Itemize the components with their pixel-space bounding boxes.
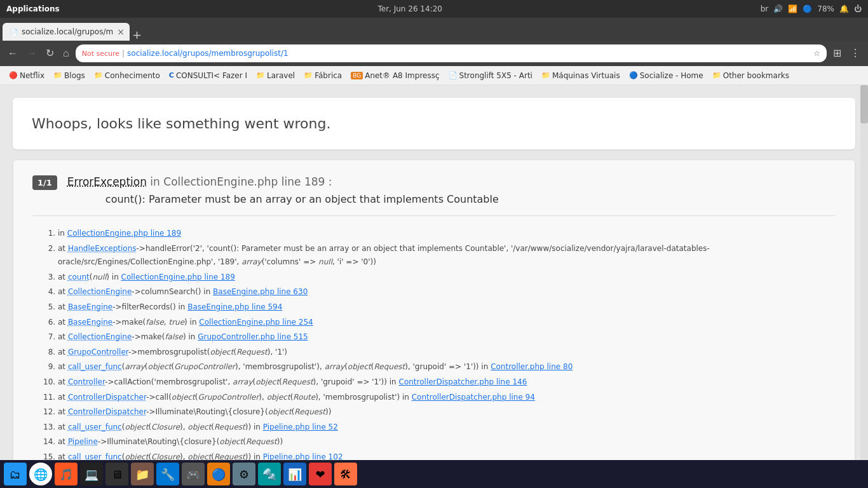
error-title: ErrorException in CollectionEngine.php l… (67, 175, 499, 188)
bookmark-label: Other bookmarks (723, 71, 789, 80)
trace-at: at (58, 318, 68, 327)
trace-method[interactable]: GrupoController (68, 348, 128, 356)
trace-file-link[interactable]: CollectionEngine.php line 254 (199, 318, 313, 327)
trace-file-link[interactable]: ControllerDispatcher.php line 146 (399, 377, 527, 386)
bookmark-fabrica[interactable]: 📁 Fábrica (300, 70, 346, 81)
app-label: Applications (6, 4, 60, 13)
active-tab[interactable]: 📄 socialize.local/grupos/m × (3, 23, 130, 41)
reload-button[interactable]: ↻ (43, 47, 57, 60)
address-box[interactable]: Not secure | socialize.local/grupos/memb… (76, 44, 827, 62)
volume-icon: 🔊 (773, 4, 783, 13)
folder-icon: 📁 (304, 71, 313, 79)
taskbar-vscode[interactable]: 🔧 (156, 463, 179, 485)
taskbar-folder[interactable]: 📁 (131, 463, 154, 485)
error-line-label: line (281, 175, 304, 188)
taskbar-blender[interactable]: 🔵 (207, 463, 230, 485)
trace-at: at (58, 244, 68, 253)
bookmark-socialize[interactable]: 🔵 Socialize - Home (625, 70, 707, 81)
trace-method[interactable]: CollectionEngine (68, 332, 132, 341)
trace-file-link[interactable]: GrupoController.php line 515 (198, 332, 308, 341)
extensions-button[interactable]: ⊞ (831, 47, 844, 60)
trace-file-link[interactable]: BaseEngine.php line 594 (187, 302, 282, 311)
trace-at: at (58, 287, 68, 296)
trace-method[interactable]: ControllerDispatcher (68, 393, 146, 402)
bookmark-consulti[interactable]: C CONSULTI< Fazer I (165, 70, 251, 81)
taskbar-terminal[interactable]: 💻 (80, 463, 103, 485)
trace-item-14: at Pipeline->Illuminate\Routing\{closure… (58, 435, 836, 450)
taskbar-monitor[interactable]: 🖥 (105, 463, 128, 485)
trace-file-link[interactable]: ControllerDispatcher.php line 94 (412, 393, 535, 402)
bookmark-star-icon[interactable]: ☆ (813, 49, 820, 58)
bookmark-label: Blogs (64, 71, 85, 80)
bookmark-label: Fábrica (315, 71, 342, 80)
trace-method[interactable]: HandleExceptions (68, 244, 137, 253)
trace-text: (null) in (90, 273, 121, 281)
bookmark-other[interactable]: 📁 Other bookmarks (709, 70, 793, 81)
taskbar-files[interactable]: 🗂 (4, 463, 27, 485)
taskbar-settings[interactable]: ⚙ (233, 463, 255, 485)
trace-item-10: at Controller->callAction('membrosgrupol… (58, 375, 836, 390)
trace-text: (array(object(GrupoController), 'membros… (122, 362, 491, 371)
taskbar-game[interactable]: 🎮 (182, 463, 205, 485)
trace-file-link[interactable]: BaseEngine.php line 630 (213, 287, 308, 296)
bookmark-netflix[interactable]: 🔴 Netflix (5, 70, 48, 81)
address-divider: | (122, 49, 125, 58)
trace-text: ->make(false, true) in (112, 318, 199, 327)
bookmark-blogs[interactable]: 📁 Blogs (50, 70, 89, 81)
scrollbar-track[interactable] (860, 85, 868, 460)
trace-item-4: at CollectionEngine->columnSearch() in B… (58, 285, 836, 300)
taskbar-tools[interactable]: 🛠 (334, 463, 357, 485)
power-icon: ⏻ (854, 4, 862, 13)
trace-method[interactable]: Pipeline (68, 437, 98, 446)
taskbar-arduino[interactable]: 🔩 (258, 463, 281, 485)
trace-file-link[interactable]: CollectionEngine.php line 189 (67, 229, 181, 238)
trace-at: at (58, 332, 68, 341)
titlebar: Applications Ter, Jun 26 14:20 br 🔊 📶 🔵 … (0, 0, 868, 18)
taskbar-chrome[interactable]: 🌐 (29, 463, 52, 485)
error-box: 1/1 ErrorException in CollectionEngine.p… (13, 159, 855, 488)
trace-at: at (58, 437, 68, 446)
trace-at: at (58, 362, 68, 371)
address-url: socialize.local/grupos/membrosgrupolist/… (127, 49, 811, 58)
trace-item-11: at ControllerDispatcher->call(object(Gru… (58, 390, 836, 405)
menu-button[interactable]: ⋮ (848, 47, 863, 60)
error-in: in (150, 175, 163, 188)
trace-item-13: at call_user_func(object(Closure), objec… (58, 420, 836, 435)
trace-text: (object(Closure), object(Request)) in (122, 423, 263, 431)
bookmark-maquinas[interactable]: 📁 Máquinas Virtuais (538, 70, 624, 81)
trace-method[interactable]: count (68, 273, 90, 281)
taskbar-health[interactable]: ❤ (309, 463, 332, 485)
bookmark-anet[interactable]: BG Anet® A8 Impressç (347, 70, 443, 81)
trace-text: ->make(false) in (132, 332, 198, 341)
trace-file-link[interactable]: Controller.php line 80 (491, 362, 573, 371)
bookmark-conhecimento[interactable]: 📁 Conhecimento (90, 70, 164, 81)
scrollbar-thumb[interactable] (860, 85, 868, 123)
bookmark-laravel[interactable]: 📁 Laravel (252, 70, 299, 81)
folder-icon: 📁 (541, 71, 550, 79)
bluetooth-icon: 🔵 (803, 4, 812, 13)
home-button[interactable]: ⌂ (60, 47, 72, 60)
trace-item-9: at call_user_func(array(object(GrupoCont… (58, 360, 836, 375)
trace-text: ->handleError('2', 'count(): Parameter m… (58, 244, 710, 267)
trace-method[interactable]: CollectionEngine (68, 287, 132, 296)
trace-method[interactable]: BaseEngine (68, 302, 112, 311)
trace-file-link[interactable]: CollectionEngine.php line 189 (121, 273, 235, 281)
trace-method[interactable]: ControllerDispatcher (68, 407, 146, 416)
taskbar-db[interactable]: 📊 (283, 463, 306, 485)
trace-method[interactable]: BaseEngine (68, 318, 112, 327)
netflix-icon: 🔴 (9, 71, 18, 79)
trace-item-8: at GrupoController->membrosgrupolist(obj… (58, 345, 836, 360)
trace-at: at (58, 407, 68, 416)
new-tab-button[interactable]: + (132, 29, 142, 41)
trace-method[interactable]: call_user_func (68, 362, 122, 371)
taskbar-music[interactable]: 🎵 (55, 463, 78, 485)
trace-text: ->Illuminate\Routing\{closure}(object(Re… (146, 407, 331, 416)
back-button[interactable]: ← (5, 47, 20, 60)
trace-method[interactable]: Controller (68, 377, 105, 386)
forward-button[interactable]: → (24, 47, 39, 60)
bookmark-stronglift[interactable]: 📄 Stronglift 5X5 - Arti (445, 70, 536, 81)
bookmark-label: CONSULTI< Fazer I (176, 71, 247, 80)
trace-file-link[interactable]: Pipeline.php line 52 (263, 423, 338, 431)
trace-method[interactable]: call_user_func (68, 423, 122, 431)
tab-close-button[interactable]: × (117, 27, 125, 37)
